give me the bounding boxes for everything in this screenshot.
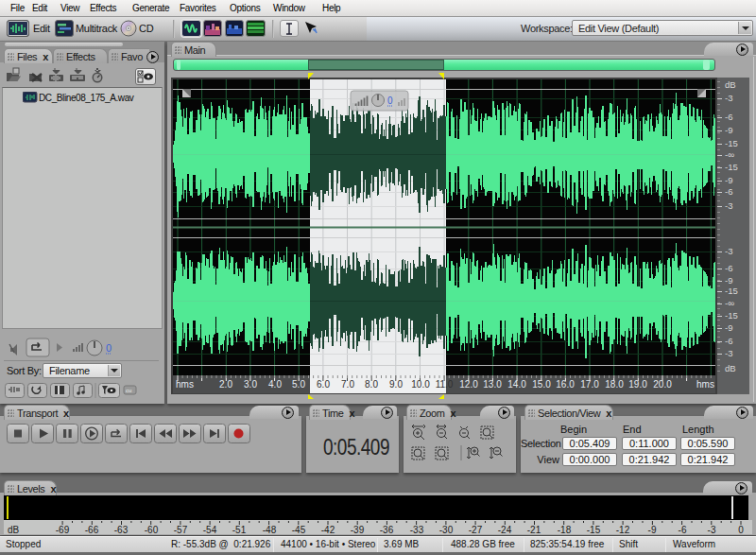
svg-text:-6: -6 [725,263,732,273]
svg-text:-15: -15 [725,162,738,172]
svg-text:-57: -57 [174,525,188,535]
svg-text:-66: -66 [85,525,99,535]
svg-text:-60: -60 [145,525,159,535]
svg-text:-∞: -∞ [725,298,734,308]
svg-text:10.0: 10.0 [411,379,430,390]
svg-text:hms: hms [696,379,714,390]
svg-text:-9: -9 [725,125,732,135]
svg-text:-24: -24 [498,525,512,535]
svg-text:dB: dB [725,79,736,90]
svg-text:-15: -15 [587,525,601,535]
svg-text:dB: dB [8,525,20,535]
svg-text:-33: -33 [410,525,424,535]
svg-text:-54: -54 [203,525,217,535]
svg-text:-12: -12 [616,525,630,535]
svg-text:dB: dB [725,363,736,373]
svg-text:-69: -69 [56,525,70,535]
svg-text:9.0: 9.0 [389,379,403,390]
svg-text:-48: -48 [263,525,277,535]
svg-text:-9: -9 [648,525,657,535]
svg-text:-6: -6 [725,186,732,197]
svg-text:8.0: 8.0 [365,379,378,390]
svg-text:-45: -45 [292,525,306,535]
svg-text:hms: hms [176,379,194,390]
svg-text:4.0: 4.0 [268,379,282,390]
svg-text:15.0: 15.0 [532,379,551,390]
svg-text:11.0: 11.0 [436,379,454,390]
svg-text:-3: -3 [725,348,732,358]
svg-text:-21: -21 [527,525,541,535]
svg-text:0: 0 [387,95,393,106]
svg-text:cu: cu [126,388,131,393]
svg-text:18.0: 18.0 [605,379,624,390]
svg-text:-6: -6 [679,525,687,535]
svg-text:-6: -6 [725,336,732,346]
svg-text:12.0: 12.0 [459,379,478,390]
svg-text:6.0: 6.0 [317,379,330,390]
svg-text:0: 0 [106,342,112,354]
svg-text:-36: -36 [380,525,394,535]
svg-text:-63: -63 [114,525,129,535]
svg-text:-3: -3 [725,93,732,103]
svg-text:5.0: 5.0 [292,379,305,390]
svg-text:-9: -9 [725,175,732,185]
svg-text:7.0: 7.0 [341,379,354,390]
svg-text:-9: -9 [725,322,732,333]
svg-text:3.0: 3.0 [244,379,257,390]
svg-text:-15: -15 [725,138,738,148]
svg-text:-3: -3 [708,525,716,535]
svg-text:-3: -3 [725,246,732,256]
svg-text:-15: -15 [725,310,738,321]
svg-text:-51: -51 [232,525,247,535]
svg-text:-∞: -∞ [725,149,734,160]
svg-text:-42: -42 [321,525,335,535]
svg-text:16.0: 16.0 [556,379,575,390]
svg-text:17.0: 17.0 [580,379,599,390]
svg-text:-3: -3 [725,200,732,211]
svg-text:13.0: 13.0 [483,379,502,390]
svg-text:2.0: 2.0 [219,379,232,390]
svg-text:-9: -9 [725,275,732,286]
svg-text:-18: -18 [558,525,572,535]
svg-text:0: 0 [738,525,744,535]
svg-text:-27: -27 [469,525,483,535]
svg-text:-30: -30 [439,525,454,535]
svg-text:-15: -15 [725,286,738,296]
svg-text:-39: -39 [351,525,365,535]
svg-text:20.0: 20.0 [653,379,672,390]
svg-text:14.0: 14.0 [507,379,526,390]
svg-text:19.0: 19.0 [628,379,647,390]
svg-text:-6: -6 [725,112,732,122]
